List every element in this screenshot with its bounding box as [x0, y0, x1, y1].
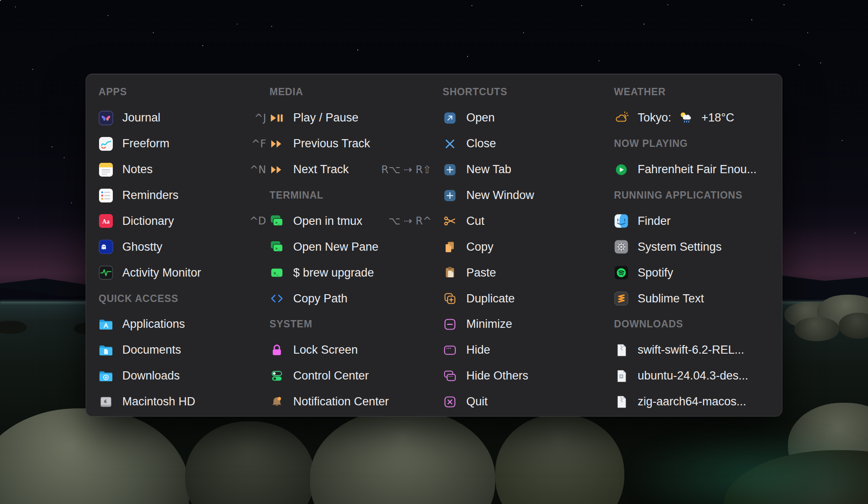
- documents-folder-icon: [99, 343, 113, 358]
- section-header-now-playing: NOW PLAYING: [614, 131, 772, 157]
- new-pane-icon: >_: [270, 240, 284, 254]
- panel-column-shortcuts: SHORTCUTSOpenCloseNew TabNew WindowCutCo…: [443, 79, 614, 416]
- section-header-media: MEDIA: [270, 79, 443, 105]
- menu-item-open-in-tmux[interactable]: >_Open in tmux⌥ ⇢ R^: [270, 208, 443, 234]
- zip-file-icon: [614, 343, 629, 358]
- menu-item-previous-track[interactable]: Previous Track: [270, 131, 443, 157]
- menu-item-label: Reminders: [122, 189, 179, 202]
- hide-icon: [443, 343, 457, 358]
- menu-item-brew-upgrade[interactable]: >_$ brew upgrade: [270, 260, 443, 286]
- shortcut-hint: ^J: [254, 112, 266, 124]
- section-header-downloads: DOWNLOADS: [614, 311, 772, 337]
- applications-folder-icon: [99, 317, 113, 332]
- menu-item-journal[interactable]: Journal^J: [99, 105, 270, 131]
- menu-item-finder[interactable]: Finder: [614, 208, 772, 234]
- menu-item-macintosh-hd[interactable]: Macintosh HD: [99, 389, 270, 415]
- menu-item-open-new-pane[interactable]: >_Open New Pane: [270, 234, 443, 260]
- menu-item-activity-monitor[interactable]: Activity Monitor: [99, 260, 270, 286]
- menu-item-label: Notes: [122, 163, 153, 176]
- menu-item-hide[interactable]: Hide: [443, 337, 614, 363]
- menu-item-duplicate[interactable]: Duplicate: [443, 286, 614, 311]
- previous-track-icon: [270, 137, 284, 151]
- shortcut-hint: ^N: [250, 164, 266, 176]
- menu-item-label: Finder: [638, 215, 671, 228]
- menu-item-label: Open: [466, 111, 495, 124]
- menu-item-label: Lock Screen: [293, 343, 358, 357]
- reminders-icon: [99, 188, 113, 203]
- section-header-label: SHORTCUTS: [443, 86, 507, 98]
- menu-item-cut[interactable]: Cut: [443, 208, 614, 234]
- menu-item-dictionary[interactable]: AaDictionary^D: [99, 208, 270, 234]
- open-icon: [443, 111, 457, 125]
- tmux-icon: >_: [270, 214, 284, 228]
- menu-item-label: Open New Pane: [293, 240, 378, 254]
- section-header-label: APPS: [99, 86, 127, 98]
- menu-item-quit[interactable]: Quit: [443, 389, 614, 415]
- menu-item-copy-path[interactable]: Copy Path: [270, 286, 443, 311]
- new-window-icon: [443, 188, 457, 203]
- menu-item-ubuntu-24-04-3-des[interactable]: ubuntu-24.04.3-des...: [614, 363, 772, 389]
- menu-item-label: zig-aarch64-macos...: [638, 395, 746, 408]
- menu-item-copy[interactable]: Copy: [443, 234, 614, 260]
- menu-item-close[interactable]: Close: [443, 131, 614, 157]
- menu-item-open[interactable]: Open: [443, 105, 614, 131]
- launcher-panel: APPSJournal^JFreeform^FNotes^NRemindersA…: [86, 74, 782, 417]
- section-header-running-applications: RUNNING APPLICATIONS: [614, 183, 772, 208]
- menu-item-system-settings[interactable]: System Settings: [614, 234, 772, 260]
- menu-item-spotify[interactable]: Spotify: [614, 260, 772, 286]
- menu-item-freeform[interactable]: Freeform^F: [99, 131, 270, 157]
- journal-icon: [99, 111, 113, 125]
- menu-item-notes[interactable]: Notes^N: [99, 157, 270, 183]
- menu-item-label: ubuntu-24.04.3-des...: [638, 369, 748, 383]
- menu-item-label: Sublime Text: [638, 292, 704, 305]
- menu-item-tokyo[interactable]: Tokyo:+18°C: [614, 105, 772, 131]
- menu-item-label: Freeform: [122, 137, 170, 150]
- shortcut-hint: ^D: [249, 215, 266, 227]
- svg-text:>_: >_: [273, 271, 279, 276]
- menu-item-downloads[interactable]: Downloads: [99, 363, 270, 389]
- menu-item-value: +18°C: [701, 111, 734, 124]
- zip-file-icon: [614, 395, 629, 409]
- dmg-file-icon: [614, 369, 629, 383]
- menu-item-zig-aarch64-macos[interactable]: zig-aarch64-macos...: [614, 389, 772, 415]
- menu-item-paste[interactable]: Paste: [443, 260, 614, 286]
- svg-text:>_: >_: [275, 221, 280, 225]
- menu-item-reminders[interactable]: Reminders: [99, 183, 270, 208]
- menu-item-label: swift-swift-6.2-REL...: [638, 343, 744, 357]
- menu-item-label: Duplicate: [466, 292, 515, 305]
- menu-item-label: Documents: [122, 343, 181, 357]
- menu-item-documents[interactable]: Documents: [99, 337, 270, 363]
- paste-icon: [443, 265, 457, 280]
- panel-column-status: WEATHERTokyo:+18°CNOW PLAYINGFahrenheit …: [614, 79, 772, 416]
- shortcut-hint: ^F: [251, 138, 266, 150]
- menu-item-new-tab[interactable]: New Tab: [443, 157, 614, 183]
- menu-item-label: Applications: [122, 317, 185, 331]
- spotify-icon: [614, 265, 629, 280]
- menu-item-label: Minimize: [466, 317, 512, 331]
- menu-item-ghostty[interactable]: Ghostty: [99, 234, 270, 260]
- menu-item-applications[interactable]: Applications: [99, 311, 270, 337]
- menu-item-label: Open in tmux: [293, 215, 363, 228]
- menu-item-minimize[interactable]: Minimize: [443, 311, 614, 337]
- section-header-label: NOW PLAYING: [614, 138, 688, 149]
- menu-item-label: Activity Monitor: [122, 266, 201, 280]
- shortcut-hint: R⌥ ⇢ R⇧: [381, 164, 431, 176]
- menu-item-swift-swift-6-2-rel[interactable]: swift-swift-6.2-REL...: [614, 337, 772, 363]
- menu-item-new-window[interactable]: New Window: [443, 183, 614, 208]
- now-playing-icon: [614, 162, 629, 177]
- ghostty-icon: [99, 240, 113, 254]
- menu-item-label: Ghostty: [122, 240, 162, 254]
- menu-item-hide-others[interactable]: Hide Others: [443, 363, 614, 389]
- menu-item-next-track[interactable]: Next TrackR⌥ ⇢ R⇧: [270, 157, 443, 183]
- menu-item-control-center[interactable]: Control Center: [270, 363, 443, 389]
- menu-item-notification-center[interactable]: Notification Center: [270, 389, 443, 415]
- new-tab-icon: [443, 162, 457, 177]
- menu-item-play-pause[interactable]: Play / Pause: [270, 105, 443, 131]
- menu-item-label: Downloads: [122, 369, 180, 383]
- menu-item-label: Dictionary: [122, 215, 174, 228]
- menu-item-lock-screen[interactable]: Lock Screen: [270, 337, 443, 363]
- weather-icon: [614, 111, 629, 125]
- menu-item-fahrenheit-fair-enou[interactable]: Fahrenheit Fair Enou...: [614, 157, 772, 183]
- menu-item-sublime-text[interactable]: Sublime Text: [614, 286, 772, 311]
- section-header-label: SYSTEM: [270, 318, 312, 330]
